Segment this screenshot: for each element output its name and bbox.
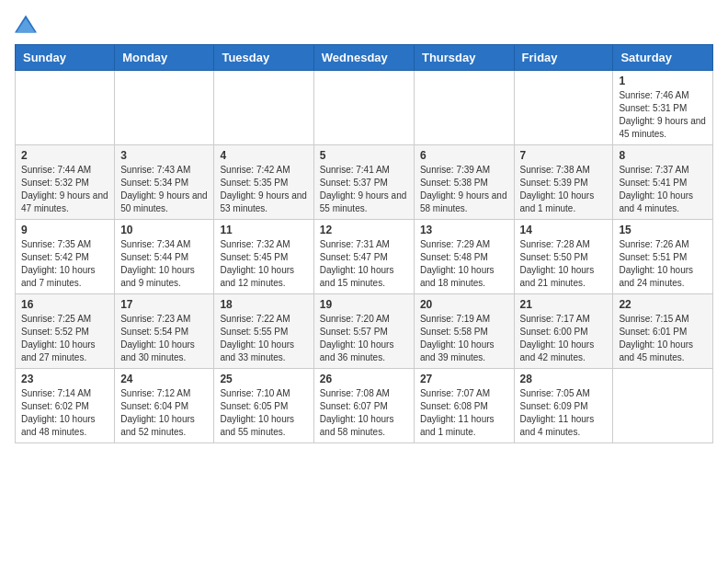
calendar-cell: 16Sunrise: 7:25 AM Sunset: 5:52 PM Dayli… (16, 294, 115, 369)
calendar-cell (613, 369, 713, 443)
calendar-cell: 25Sunrise: 7:10 AM Sunset: 6:05 PM Dayli… (214, 369, 313, 443)
calendar-cell: 9Sunrise: 7:35 AM Sunset: 5:42 PM Daylig… (16, 220, 115, 294)
day-number: 3 (120, 149, 208, 162)
calendar-cell (214, 71, 313, 145)
calendar-cell: 4Sunrise: 7:42 AM Sunset: 5:35 PM Daylig… (214, 145, 313, 220)
calendar-cell: 23Sunrise: 7:14 AM Sunset: 6:02 PM Dayli… (16, 369, 115, 443)
calendar-cell: 3Sunrise: 7:43 AM Sunset: 5:34 PM Daylig… (115, 145, 214, 220)
calendar-cell: 2Sunrise: 7:44 AM Sunset: 5:32 PM Daylig… (16, 145, 115, 220)
calendar-body: 1Sunrise: 7:46 AM Sunset: 5:31 PM Daylig… (16, 71, 713, 443)
day-info: Sunrise: 7:31 AM Sunset: 5:47 PM Dayligh… (320, 238, 408, 290)
day-info: Sunrise: 7:44 AM Sunset: 5:32 PM Dayligh… (21, 164, 108, 215)
day-number: 20 (420, 298, 508, 311)
day-info: Sunrise: 7:07 AM Sunset: 6:08 PM Dayligh… (420, 387, 508, 439)
calendar-cell: 13Sunrise: 7:29 AM Sunset: 5:48 PM Dayli… (414, 220, 514, 294)
day-info: Sunrise: 7:15 AM Sunset: 6:01 PM Dayligh… (619, 313, 707, 364)
day-info: Sunrise: 7:23 AM Sunset: 5:54 PM Dayligh… (120, 313, 208, 364)
calendar-cell: 10Sunrise: 7:34 AM Sunset: 5:44 PM Dayli… (115, 220, 214, 294)
day-info: Sunrise: 7:39 AM Sunset: 5:38 PM Dayligh… (420, 164, 508, 215)
day-number: 16 (21, 298, 108, 311)
day-info: Sunrise: 7:28 AM Sunset: 5:50 PM Dayligh… (520, 238, 608, 290)
day-number: 18 (220, 298, 307, 311)
day-number: 21 (520, 298, 608, 311)
weekday-header-tuesday: Tuesday (214, 45, 313, 71)
weekday-header-friday: Friday (514, 45, 613, 71)
calendar-cell: 14Sunrise: 7:28 AM Sunset: 5:50 PM Dayli… (514, 220, 613, 294)
day-number: 17 (120, 298, 208, 311)
calendar-cell: 24Sunrise: 7:12 AM Sunset: 6:04 PM Dayli… (115, 369, 214, 443)
calendar-cell (514, 71, 613, 145)
calendar-cell: 17Sunrise: 7:23 AM Sunset: 5:54 PM Dayli… (115, 294, 214, 369)
calendar-week-5: 23Sunrise: 7:14 AM Sunset: 6:02 PM Dayli… (16, 369, 713, 443)
calendar-cell: 6Sunrise: 7:39 AM Sunset: 5:38 PM Daylig… (414, 145, 514, 220)
day-number: 27 (420, 373, 508, 385)
weekday-row: SundayMondayTuesdayWednesdayThursdayFrid… (16, 45, 713, 71)
day-info: Sunrise: 7:35 AM Sunset: 5:42 PM Dayligh… (21, 238, 108, 290)
calendar-header: SundayMondayTuesdayWednesdayThursdayFrid… (16, 45, 713, 71)
day-number: 11 (220, 224, 307, 236)
day-info: Sunrise: 7:14 AM Sunset: 6:02 PM Dayligh… (21, 387, 108, 439)
day-number: 14 (520, 224, 608, 236)
calendar-cell (414, 71, 514, 145)
calendar-cell: 21Sunrise: 7:17 AM Sunset: 6:00 PM Dayli… (514, 294, 613, 369)
day-info: Sunrise: 7:17 AM Sunset: 6:00 PM Dayligh… (520, 313, 608, 364)
day-info: Sunrise: 7:20 AM Sunset: 5:57 PM Dayligh… (320, 313, 408, 364)
day-number: 19 (320, 298, 408, 311)
page-header (15, 15, 713, 33)
day-number: 8 (619, 149, 707, 162)
day-info: Sunrise: 7:46 AM Sunset: 5:31 PM Dayligh… (619, 89, 707, 141)
day-number: 4 (220, 149, 307, 162)
day-number: 1 (619, 75, 707, 87)
calendar-week-3: 9Sunrise: 7:35 AM Sunset: 5:42 PM Daylig… (16, 220, 713, 294)
day-number: 28 (520, 373, 608, 385)
day-number: 9 (21, 224, 108, 236)
day-info: Sunrise: 7:08 AM Sunset: 6:07 PM Dayligh… (320, 387, 408, 439)
calendar-week-4: 16Sunrise: 7:25 AM Sunset: 5:52 PM Dayli… (16, 294, 713, 369)
day-info: Sunrise: 7:05 AM Sunset: 6:09 PM Dayligh… (520, 387, 608, 439)
day-info: Sunrise: 7:42 AM Sunset: 5:35 PM Dayligh… (220, 164, 307, 215)
day-number: 13 (420, 224, 508, 236)
logo-icon (15, 15, 37, 33)
day-number: 7 (520, 149, 608, 162)
calendar-cell: 28Sunrise: 7:05 AM Sunset: 6:09 PM Dayli… (514, 369, 613, 443)
day-number: 26 (320, 373, 408, 385)
day-number: 6 (420, 149, 508, 162)
weekday-header-saturday: Saturday (613, 45, 713, 71)
calendar-cell: 18Sunrise: 7:22 AM Sunset: 5:55 PM Dayli… (214, 294, 313, 369)
calendar-table: SundayMondayTuesdayWednesdayThursdayFrid… (15, 44, 713, 443)
calendar-cell (313, 71, 414, 145)
day-info: Sunrise: 7:26 AM Sunset: 5:51 PM Dayligh… (619, 238, 707, 290)
calendar-cell: 22Sunrise: 7:15 AM Sunset: 6:01 PM Dayli… (613, 294, 713, 369)
day-number: 22 (619, 298, 707, 311)
day-number: 2 (21, 149, 108, 162)
calendar-cell: 20Sunrise: 7:19 AM Sunset: 5:58 PM Dayli… (414, 294, 514, 369)
day-number: 10 (120, 224, 208, 236)
day-info: Sunrise: 7:32 AM Sunset: 5:45 PM Dayligh… (220, 238, 307, 290)
day-number: 25 (220, 373, 307, 385)
calendar-cell: 5Sunrise: 7:41 AM Sunset: 5:37 PM Daylig… (313, 145, 414, 220)
day-number: 5 (320, 149, 408, 162)
calendar-cell: 26Sunrise: 7:08 AM Sunset: 6:07 PM Dayli… (313, 369, 414, 443)
calendar-week-1: 1Sunrise: 7:46 AM Sunset: 5:31 PM Daylig… (16, 71, 713, 145)
calendar-cell (16, 71, 115, 145)
logo (15, 15, 40, 33)
calendar-cell: 19Sunrise: 7:20 AM Sunset: 5:57 PM Dayli… (313, 294, 414, 369)
calendar-week-2: 2Sunrise: 7:44 AM Sunset: 5:32 PM Daylig… (16, 145, 713, 220)
calendar-cell: 1Sunrise: 7:46 AM Sunset: 5:31 PM Daylig… (613, 71, 713, 145)
calendar-cell: 8Sunrise: 7:37 AM Sunset: 5:41 PM Daylig… (613, 145, 713, 220)
day-number: 24 (120, 373, 208, 385)
day-info: Sunrise: 7:41 AM Sunset: 5:37 PM Dayligh… (320, 164, 408, 215)
weekday-header-sunday: Sunday (16, 45, 115, 71)
day-number: 15 (619, 224, 707, 236)
day-info: Sunrise: 7:43 AM Sunset: 5:34 PM Dayligh… (120, 164, 208, 215)
weekday-header-wednesday: Wednesday (313, 45, 414, 71)
day-info: Sunrise: 7:37 AM Sunset: 5:41 PM Dayligh… (619, 164, 707, 215)
day-info: Sunrise: 7:22 AM Sunset: 5:55 PM Dayligh… (220, 313, 307, 364)
svg-marker-1 (17, 18, 36, 32)
day-info: Sunrise: 7:10 AM Sunset: 6:05 PM Dayligh… (220, 387, 307, 439)
day-info: Sunrise: 7:12 AM Sunset: 6:04 PM Dayligh… (120, 387, 208, 439)
day-info: Sunrise: 7:19 AM Sunset: 5:58 PM Dayligh… (420, 313, 508, 364)
calendar-cell: 15Sunrise: 7:26 AM Sunset: 5:51 PM Dayli… (613, 220, 713, 294)
day-info: Sunrise: 7:38 AM Sunset: 5:39 PM Dayligh… (520, 164, 608, 215)
calendar-cell: 27Sunrise: 7:07 AM Sunset: 6:08 PM Dayli… (414, 369, 514, 443)
